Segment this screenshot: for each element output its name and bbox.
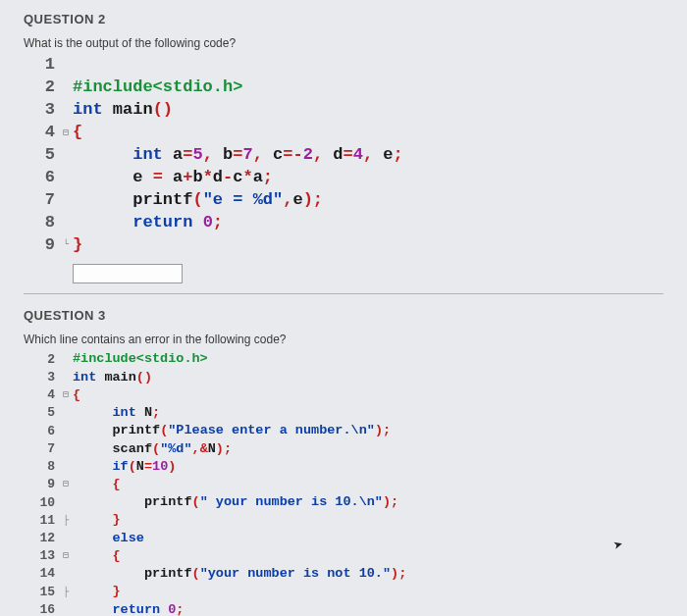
code-line: 16 return 0; <box>24 601 663 617</box>
line-number: 7 <box>24 440 59 458</box>
code-line: 4⊟{ <box>24 386 663 404</box>
question-3-prompt: Which line contains an error in the foll… <box>24 333 663 346</box>
code-line: 13⊟ { <box>24 547 663 565</box>
line-number: 1 <box>24 54 59 77</box>
fold-marker: ├ <box>59 586 73 599</box>
line-number: 6 <box>24 167 59 189</box>
code-line: 5 int N; <box>24 404 663 422</box>
code-line: 8 return 0; <box>24 212 663 234</box>
question-3-title: QUESTION 3 <box>24 308 663 323</box>
code-text: } <box>73 583 121 600</box>
code-line: 5 int a=5, b=7, c=-2, d=4, e; <box>24 144 663 167</box>
line-number: 11 <box>24 512 59 530</box>
code-line: 11├ } <box>24 511 663 529</box>
line-number: 10 <box>24 494 59 512</box>
code-line: 1 <box>24 54 663 77</box>
code-text: scanf("%d",&N); <box>73 440 232 458</box>
code-text: printf("e = %d",e); <box>73 189 323 212</box>
line-number: 2 <box>24 77 59 99</box>
line-number: 8 <box>24 212 59 234</box>
code-line: 4⊟{ <box>24 122 663 144</box>
code-text: { <box>73 547 121 565</box>
fold-marker: ⊟ <box>59 388 73 402</box>
code-text: printf("your number is not 10."); <box>73 565 406 583</box>
code-text: } <box>73 234 82 257</box>
question-2-code: 12#include<stdio.h>3int main()4⊟{5 int a… <box>24 54 663 256</box>
line-number: 8 <box>24 458 59 476</box>
code-text: if(N=10) <box>73 458 176 476</box>
code-line: 9└} <box>24 234 663 257</box>
fold-marker: ⊟ <box>59 478 73 491</box>
code-text: int a=5, b=7, c=-2, d=4, e; <box>73 144 403 167</box>
line-number: 6 <box>24 423 59 440</box>
code-line: 10 printf(" your number is 10.\n"); <box>24 493 663 511</box>
line-number: 2 <box>24 351 59 369</box>
line-number: 5 <box>24 144 59 167</box>
line-number: 7 <box>24 189 59 212</box>
line-number: 9 <box>24 234 59 257</box>
code-line: 7 scanf("%d",&N); <box>24 440 663 458</box>
code-line: 3int main() <box>24 99 663 122</box>
line-number: 5 <box>24 404 59 422</box>
line-number: 3 <box>24 369 59 386</box>
code-line: 3int main() <box>24 369 663 386</box>
code-line: 15├ } <box>24 583 663 600</box>
code-line: 6 printf("Please enter a number.\n"); <box>24 422 663 439</box>
line-number: 15 <box>24 584 59 601</box>
line-number: 3 <box>24 99 59 122</box>
code-line: 8 if(N=10) <box>24 458 663 476</box>
fold-marker: ⊟ <box>59 549 73 563</box>
code-text: #include<stdio.h> <box>73 77 242 99</box>
question-3-code: ➤ 2#include<stdio.h>3int main()4⊟{5 int … <box>24 350 663 616</box>
code-line: 9⊟ { <box>24 476 663 493</box>
code-line: 2#include<stdio.h> <box>24 350 663 368</box>
fold-marker: ⊟ <box>59 127 73 140</box>
line-number: 4 <box>24 386 59 404</box>
code-text: int main() <box>73 369 152 386</box>
code-line: 6 e = a+b*d-c*a; <box>24 167 663 189</box>
code-text: int N; <box>73 404 160 422</box>
code-line: 14 printf("your number is not 10."); <box>24 565 663 583</box>
code-text: else <box>73 530 144 547</box>
code-text: #include<stdio.h> <box>73 350 208 368</box>
code-text: return 0; <box>73 212 223 234</box>
question-2-title: QUESTION 2 <box>24 12 663 26</box>
code-text: return 0; <box>73 601 184 617</box>
line-number: 14 <box>24 565 59 583</box>
code-text: printf("Please enter a number.\n"); <box>73 422 391 439</box>
code-text: { <box>73 476 121 493</box>
code-text: { <box>73 122 82 144</box>
code-text: e = a+b*d-c*a; <box>73 167 273 189</box>
line-number: 13 <box>24 547 59 565</box>
code-line: 12 else <box>24 530 663 547</box>
line-number: 9 <box>24 476 59 493</box>
code-text: } <box>73 511 121 529</box>
code-line: 7 printf("e = %d",e); <box>24 189 663 212</box>
code-text: { <box>73 386 80 404</box>
code-text: printf(" your number is 10.\n"); <box>73 493 398 511</box>
line-number: 12 <box>24 530 59 547</box>
page: QUESTION 2 What is the output of the fol… <box>0 0 687 616</box>
line-number: 16 <box>24 601 59 616</box>
fold-marker: ├ <box>59 514 73 528</box>
divider <box>24 293 663 294</box>
answer-input-box[interactable] <box>73 264 183 283</box>
code-text: int main() <box>73 99 173 122</box>
line-number: 4 <box>24 122 59 144</box>
question-2-prompt: What is the output of the following code… <box>24 36 663 50</box>
code-line: 2#include<stdio.h> <box>24 77 663 99</box>
fold-marker: └ <box>59 238 73 252</box>
